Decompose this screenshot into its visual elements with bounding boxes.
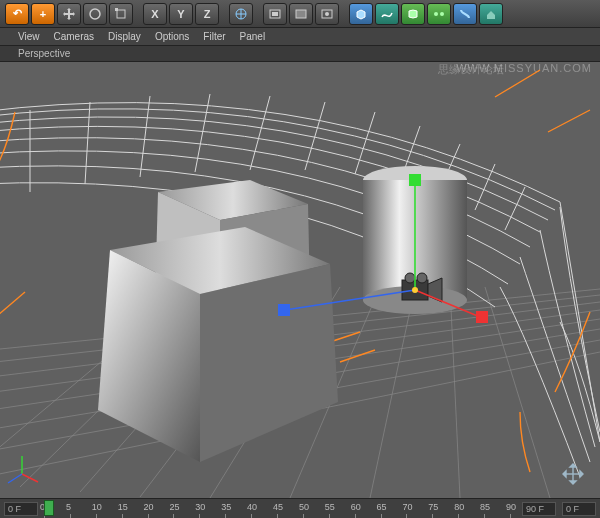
add-spline-button[interactable] [375, 3, 399, 25]
y-label: Y [177, 8, 184, 20]
tick-label: 65 [377, 502, 387, 512]
svg-rect-11 [487, 15, 495, 19]
move-tool-button[interactable] [57, 3, 81, 25]
viewport-breadcrumb: Perspective [0, 46, 600, 62]
svg-line-23 [22, 474, 38, 482]
svg-rect-1 [117, 10, 125, 18]
axis-y-button[interactable]: Y [169, 3, 193, 25]
z-label: Z [204, 8, 211, 20]
timeline-current-field[interactable] [562, 502, 596, 516]
tick-label: 70 [402, 502, 412, 512]
add-primitive-button[interactable] [349, 3, 373, 25]
undo-button[interactable]: ↶ [5, 3, 29, 25]
tick-label: 80 [454, 502, 464, 512]
tick-label: 55 [325, 502, 335, 512]
svg-rect-5 [272, 12, 278, 16]
axis-x-button[interactable]: X [143, 3, 167, 25]
add-deformer-button[interactable] [453, 3, 477, 25]
menu-panel[interactable]: Panel [240, 31, 266, 42]
svg-point-8 [325, 12, 329, 16]
viewport-canvas [0, 62, 600, 498]
menu-filter[interactable]: Filter [203, 31, 225, 42]
viewport-menubar: View Cameras Display Options Filter Pane… [0, 28, 600, 46]
menu-options[interactable]: Options [155, 31, 189, 42]
menu-view[interactable]: View [18, 31, 40, 42]
svg-rect-6 [296, 10, 306, 18]
menu-cameras[interactable]: Cameras [54, 31, 95, 42]
render-pict-button[interactable] [289, 3, 313, 25]
tick-label: 30 [195, 502, 205, 512]
viewport-label: Perspective [18, 48, 70, 59]
perspective-viewport[interactable]: 思缘设计论坛 WWW.MISSYUAN.COM [0, 62, 600, 498]
svg-point-17 [417, 273, 427, 283]
cube-front [98, 227, 338, 462]
axis-y-handle [409, 174, 421, 186]
add-generator-button[interactable] [427, 3, 451, 25]
timeline-start-field[interactable] [4, 502, 38, 516]
tick-label: 35 [221, 502, 231, 512]
tick-label: 45 [273, 502, 283, 512]
svg-point-10 [440, 12, 444, 16]
axis-z-handle [278, 304, 290, 316]
render-settings-button[interactable] [315, 3, 339, 25]
tick-label: 10 [92, 502, 102, 512]
tick-label: 25 [169, 502, 179, 512]
tick-label: 5 [66, 502, 71, 512]
tick-label: 20 [144, 502, 154, 512]
timeline-end-field[interactable] [522, 502, 556, 516]
x-label: X [151, 8, 158, 20]
tick-label: 85 [480, 502, 490, 512]
main-toolbar: ↶ + X Y Z [0, 0, 600, 28]
svg-point-16 [405, 273, 415, 283]
svg-rect-2 [115, 8, 118, 11]
tick-label: 75 [428, 502, 438, 512]
plus-icon: + [40, 8, 46, 20]
timeline-playhead[interactable] [44, 500, 54, 516]
axis-x-handle [476, 311, 488, 323]
undo-icon: ↶ [13, 7, 22, 20]
live-select-button[interactable]: + [31, 3, 55, 25]
tick-label: 15 [118, 502, 128, 512]
add-nurbs-button[interactable] [401, 3, 425, 25]
nav-cross-icon [563, 464, 583, 484]
menu-display[interactable]: Display [108, 31, 141, 42]
tick-label: 50 [299, 502, 309, 512]
coord-system-button[interactable] [229, 3, 253, 25]
add-environment-button[interactable] [479, 3, 503, 25]
svg-point-21 [412, 287, 418, 293]
svg-line-24 [8, 474, 22, 483]
rotate-tool-button[interactable] [83, 3, 107, 25]
svg-point-9 [434, 12, 438, 16]
render-view-button[interactable] [263, 3, 287, 25]
timeline[interactable]: 051015202530354045505560657075808590 [0, 498, 600, 518]
scale-tool-button[interactable] [109, 3, 133, 25]
tick-label: 90 [506, 502, 516, 512]
tick-label: 40 [247, 502, 257, 512]
axis-z-button[interactable]: Z [195, 3, 219, 25]
tick-label: 60 [351, 502, 361, 512]
